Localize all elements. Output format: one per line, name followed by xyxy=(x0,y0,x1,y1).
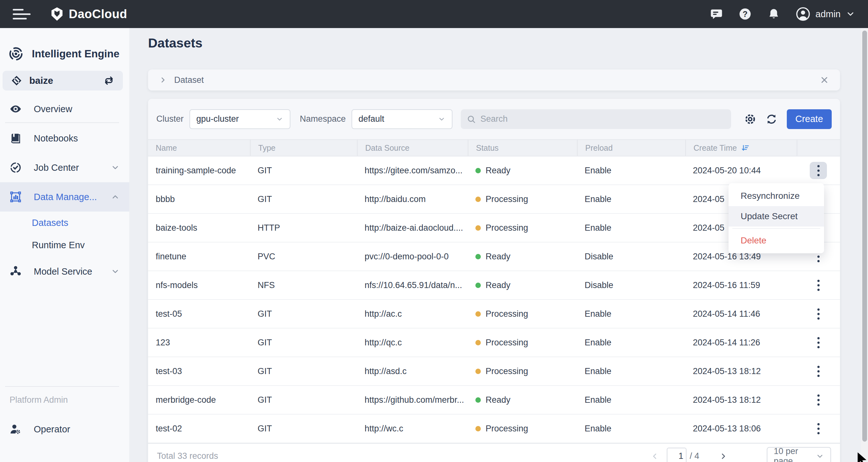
table-footer: Total 33 records / 4 10 per page xyxy=(148,443,840,462)
page-number-input[interactable] xyxy=(667,447,686,462)
row-actions-kebab-button[interactable] xyxy=(810,391,827,408)
row-actions-kebab-button[interactable] xyxy=(810,162,827,179)
total-records: Total 33 records xyxy=(157,451,218,461)
dataset-source: http://qc.c xyxy=(357,328,468,356)
row-actions-kebab-button[interactable] xyxy=(810,334,827,351)
sidebar-item-notebooks[interactable]: Notebooks xyxy=(0,124,129,153)
cluster-label: Cluster xyxy=(156,114,184,124)
sidebar-item-label: Notebooks xyxy=(34,133,78,144)
user-menu[interactable]: admin xyxy=(796,7,855,21)
status-text: Processing xyxy=(486,338,528,348)
settings-gear-icon[interactable] xyxy=(743,112,757,126)
status-text: Processing xyxy=(486,309,528,319)
menu-divider xyxy=(732,228,820,229)
menu-item-delete[interactable]: Delete xyxy=(728,230,824,251)
topbar: DaoCloud ? admin xyxy=(0,0,868,28)
close-icon[interactable] xyxy=(819,75,829,85)
dataset-source: http://asd.c xyxy=(357,357,468,385)
messages-icon[interactable] xyxy=(710,7,723,21)
row-actions-cell xyxy=(797,300,840,328)
menu-item-update-secret[interactable]: Update Secret xyxy=(728,206,824,227)
dataset-preload: Enable xyxy=(577,185,685,213)
dataset-preload: Enable xyxy=(577,214,685,242)
sidebar-subitem-label: Datasets xyxy=(32,218,68,228)
dataset-type: GIT xyxy=(250,386,357,414)
table-row[interactable]: test-05 GIT http://ac.c Processing Enabl… xyxy=(148,300,840,328)
sidebar-item-job-center[interactable]: Job Center xyxy=(0,153,129,182)
dataset-name: 123 xyxy=(148,328,250,356)
search-box[interactable] xyxy=(461,109,731,129)
status-text: Processing xyxy=(486,194,528,204)
per-page-select[interactable]: 10 per page xyxy=(767,447,831,462)
dataset-preload: Disable xyxy=(577,271,685,299)
cluster-select[interactable]: gpu-cluster xyxy=(189,109,290,129)
chevron-down-icon xyxy=(816,452,824,460)
pagination: / 4 10 per page xyxy=(649,447,831,462)
column-header-preload: Preload xyxy=(577,140,685,156)
status-dot xyxy=(475,197,481,202)
dataset-collapse-panel[interactable]: Dataset xyxy=(148,69,840,90)
status-dot xyxy=(475,225,481,231)
sidebar-subitem-runtime-env[interactable]: Runtime Env xyxy=(0,234,129,256)
dataset-create-time: 2024-05-13 18:12 xyxy=(685,357,797,385)
product-header: Intelligent Engine xyxy=(0,28,129,66)
row-actions-cell xyxy=(797,357,840,385)
menu-toggle-icon[interactable] xyxy=(13,7,31,21)
book-icon xyxy=(9,132,22,144)
sidebar-item-overview[interactable]: Overview xyxy=(0,94,129,124)
dataset-source: http://baize-ai.daocloud.... xyxy=(357,214,468,242)
table-row[interactable]: test-02 GIT http://wc.c Processing Enabl… xyxy=(148,414,840,443)
column-header-type: Type xyxy=(250,140,357,156)
eye-icon xyxy=(9,103,22,115)
chevron-down-icon xyxy=(111,267,120,276)
brand[interactable]: DaoCloud xyxy=(50,7,127,21)
svg-text:?: ? xyxy=(743,9,748,19)
search-input[interactable] xyxy=(480,114,725,124)
datasets-card: Cluster gpu-cluster Namespace default xyxy=(148,99,840,462)
row-actions-cell xyxy=(797,328,840,356)
scrollbar-thumb[interactable] xyxy=(862,31,867,442)
status-text: Processing xyxy=(486,367,528,376)
table-row[interactable]: 123 GIT http://qc.c Processing Enable 20… xyxy=(148,328,840,357)
sidebar-item-operator[interactable]: Operator xyxy=(0,417,129,441)
next-page-icon[interactable] xyxy=(718,451,729,462)
sidebar-nav: Overview Notebooks Job Center Data Manag… xyxy=(0,94,129,286)
create-button[interactable]: Create xyxy=(787,109,832,129)
switch-workspace-icon[interactable] xyxy=(103,75,115,86)
namespace-value: default xyxy=(359,114,384,124)
dataset-type: NFS xyxy=(250,271,357,299)
menu-item-resynchronize[interactable]: Resynchronize xyxy=(728,186,824,206)
workspace-selector[interactable]: baize xyxy=(3,71,123,90)
row-actions-kebab-button[interactable] xyxy=(810,420,827,437)
sort-descending-icon[interactable] xyxy=(741,144,750,152)
namespace-select[interactable]: default xyxy=(351,109,453,129)
sidebar-item-data-management[interactable]: Data Manage... xyxy=(0,182,129,211)
notifications-bell-icon[interactable] xyxy=(767,7,780,21)
dataset-preload: Enable xyxy=(577,300,685,328)
dataset-status: Processing xyxy=(468,357,577,385)
page-scrollbar[interactable] xyxy=(861,28,868,462)
table-row[interactable]: merbridge-code GIT https://github.com/me… xyxy=(148,386,840,414)
column-header-actions xyxy=(797,140,840,156)
sidebar-item-model-service[interactable]: Model Service xyxy=(0,257,129,286)
help-icon[interactable]: ? xyxy=(738,7,752,21)
dataset-source: http://ac.c xyxy=(357,300,468,328)
model-service-icon xyxy=(9,265,22,278)
dataset-type: GIT xyxy=(250,328,357,356)
refresh-icon[interactable] xyxy=(765,112,778,126)
column-header-create-time[interactable]: Create Time xyxy=(685,140,797,156)
previous-page-icon[interactable] xyxy=(649,451,660,462)
dataset-type: PVC xyxy=(250,242,357,270)
table-row[interactable]: nfs-models NFS nfs://10.64.65.91/data/n.… xyxy=(148,271,840,300)
table-row[interactable]: test-03 GIT http://asd.c Processing Enab… xyxy=(148,357,840,386)
row-actions-kebab-button[interactable] xyxy=(810,363,827,380)
status-text: Ready xyxy=(486,280,510,290)
row-actions-kebab-button[interactable] xyxy=(810,277,827,294)
workspace-icon xyxy=(11,75,22,86)
dataset-status: Processing xyxy=(468,328,577,356)
table-row[interactable]: training-sample-code GIT https://gitee.c… xyxy=(148,156,840,185)
dataset-preload: Enable xyxy=(577,156,685,184)
row-actions-kebab-button[interactable] xyxy=(810,305,827,322)
status-dot xyxy=(475,311,481,317)
sidebar-subitem-datasets[interactable]: Datasets xyxy=(0,211,129,234)
